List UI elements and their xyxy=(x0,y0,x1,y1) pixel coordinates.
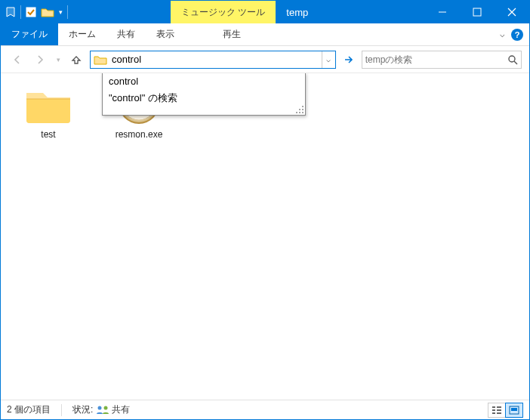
window-title: temp xyxy=(276,1,319,23)
separator xyxy=(20,5,21,19)
svg-point-3 xyxy=(509,56,515,62)
folder-icon xyxy=(94,54,107,65)
svg-rect-20 xyxy=(492,406,495,408)
tab-home[interactable]: ホーム xyxy=(58,23,106,45)
status-item-count: 2 個の項目 xyxy=(7,403,51,416)
ribbon-context-label[interactable]: ミュージック ツール xyxy=(171,1,276,23)
svg-rect-22 xyxy=(492,409,495,411)
svg-point-5 xyxy=(302,106,304,107)
address-suggestions: control "control" の検索 xyxy=(102,73,306,116)
go-button[interactable] xyxy=(340,51,357,69)
tab-share[interactable]: 共有 xyxy=(106,23,146,45)
title-bar: ▾ ミュージック ツール temp xyxy=(1,1,529,23)
status-state-value: 共有 xyxy=(112,404,130,415)
navigation-bar: ▾ ⌵ xyxy=(1,46,529,73)
icons-view-icon xyxy=(509,406,519,415)
search-box[interactable] xyxy=(362,51,522,69)
svg-rect-25 xyxy=(497,412,501,414)
quick-access-toolbar: ▾ xyxy=(1,1,72,23)
status-bar: 2 個の項目 状況: 共有 xyxy=(1,400,529,419)
details-view-icon xyxy=(491,406,502,415)
content-pane[interactable]: control "control" の検索 test xyxy=(1,73,529,400)
help-icon[interactable]: ? xyxy=(511,29,523,41)
tab-file[interactable]: ファイル xyxy=(1,23,58,45)
svg-point-18 xyxy=(97,406,101,410)
search-icon[interactable] xyxy=(507,54,518,65)
item-label: resmon.exe xyxy=(116,129,163,140)
svg-rect-27 xyxy=(511,408,517,411)
item-label: test xyxy=(41,129,55,140)
history-dropdown[interactable]: ▾ xyxy=(54,51,63,69)
people-icon xyxy=(96,405,109,414)
up-button[interactable] xyxy=(67,51,85,69)
bookmark-icon[interactable] xyxy=(5,7,16,17)
svg-point-6 xyxy=(299,109,300,110)
view-details-button[interactable] xyxy=(488,403,506,418)
svg-point-8 xyxy=(296,112,297,113)
maximize-button[interactable] xyxy=(460,1,495,23)
resize-grip-icon xyxy=(295,105,304,114)
minimize-button[interactable] xyxy=(425,1,460,23)
svg-rect-2 xyxy=(473,8,481,16)
separator xyxy=(61,404,62,416)
ribbon-expand-icon[interactable]: ⌵ xyxy=(500,29,505,39)
status-state: 状況: 共有 xyxy=(72,403,130,416)
svg-rect-0 xyxy=(26,8,35,17)
tab-view[interactable]: 表示 xyxy=(146,23,185,45)
ribbon-tabs: ファイル ホーム 共有 表示 再生 ⌵ ? xyxy=(1,23,529,46)
svg-point-19 xyxy=(103,406,107,410)
tab-play[interactable]: 再生 xyxy=(212,23,251,45)
forward-button[interactable] xyxy=(31,51,49,69)
suggestion-item[interactable]: "control" の検索 xyxy=(103,89,305,107)
svg-rect-24 xyxy=(492,412,495,414)
status-state-label: 状況: xyxy=(72,404,93,415)
address-bar[interactable]: ⌵ xyxy=(90,51,336,69)
separator xyxy=(67,5,68,19)
svg-point-9 xyxy=(299,112,300,113)
suggestion-item[interactable]: control xyxy=(103,73,305,89)
folder-icon[interactable] xyxy=(41,7,54,17)
checkbox-icon[interactable] xyxy=(26,7,36,17)
qat-dropdown-icon[interactable]: ▾ xyxy=(59,8,63,16)
item-folder[interactable]: test xyxy=(14,82,82,140)
view-mode-buttons xyxy=(488,403,523,418)
view-icons-button[interactable] xyxy=(505,403,523,418)
close-button[interactable] xyxy=(495,1,529,23)
suggestions-resize-grip[interactable] xyxy=(103,107,305,115)
address-input[interactable] xyxy=(110,51,322,68)
explorer-window: ▾ ミュージック ツール temp ファイル ホーム 共有 表示 再生 ⌵ ? … xyxy=(0,0,530,420)
back-button[interactable] xyxy=(8,51,26,69)
svg-rect-23 xyxy=(497,409,501,411)
svg-point-10 xyxy=(302,112,304,113)
svg-point-7 xyxy=(302,109,304,110)
svg-rect-21 xyxy=(497,406,501,408)
address-dropdown-icon[interactable]: ⌵ xyxy=(322,51,335,68)
search-input[interactable] xyxy=(365,54,507,65)
folder-icon xyxy=(22,82,75,125)
svg-line-4 xyxy=(514,61,517,64)
